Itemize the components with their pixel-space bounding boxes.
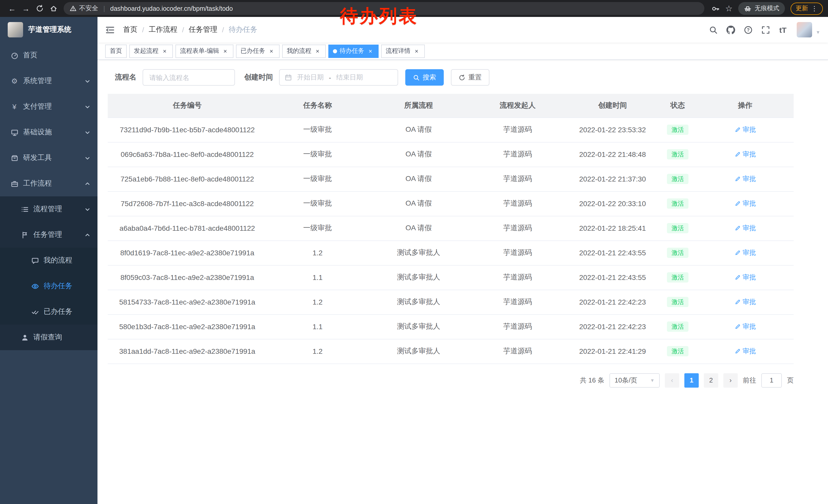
- breadcrumb-workflow[interactable]: 工作流程: [149, 25, 177, 34]
- cell-initiator: 芋道源码: [469, 314, 566, 339]
- close-icon[interactable]: ×: [222, 47, 229, 55]
- sidebar-item-workflow[interactable]: 工作流程: [0, 171, 97, 196]
- main-panel: 首页 / 工作流程 / 任务管理 / 待办任务 ?: [97, 17, 828, 504]
- cell-actions: 审批: [697, 240, 794, 265]
- eye-icon: [31, 282, 39, 290]
- close-icon[interactable]: ×: [268, 47, 275, 55]
- approve-button[interactable]: 审批: [734, 199, 756, 208]
- close-icon[interactable]: ×: [367, 47, 374, 55]
- tab-label: 已办任务: [241, 47, 265, 55]
- sidebar-item-home[interactable]: 首页: [0, 43, 97, 68]
- cell-status: 激活: [659, 265, 697, 290]
- sidebar-item-todo-tasks[interactable]: 待办任务: [0, 273, 97, 299]
- sidebar-item-leave-query[interactable]: 请假查询: [0, 325, 97, 350]
- tab-dot: [333, 49, 337, 53]
- browser-update-chip[interactable]: 更新 ⋮: [791, 2, 823, 15]
- tab-done-tasks[interactable]: 已办任务 ×: [236, 44, 280, 58]
- prev-page-button[interactable]: ‹: [665, 373, 679, 387]
- cell-task-id: 580e1b3d-7ac8-11ec-a9e2-a2380e71991a: [108, 314, 267, 339]
- sidebar-logo[interactable]: 芋道管理系统: [0, 17, 97, 43]
- tab-my-processes[interactable]: 我的流程 ×: [282, 44, 326, 58]
- cell-status: 激活: [659, 240, 697, 265]
- approve-button[interactable]: 审批: [734, 150, 756, 159]
- browser-menu-icon[interactable]: ⋮: [811, 5, 818, 12]
- approve-button[interactable]: 审批: [734, 273, 756, 282]
- sidebar-item-label: 系统管理: [23, 77, 52, 86]
- cell-process: 测试多审批人: [368, 339, 469, 364]
- page-button-1[interactable]: 1: [685, 373, 699, 387]
- column-header-process: 所属流程: [368, 94, 469, 118]
- font-size-icon[interactable]: tT: [775, 22, 791, 37]
- cell-status: 激活: [659, 314, 697, 339]
- approve-label: 审批: [743, 174, 756, 184]
- sidebar-item-payment[interactable]: ¥ 支付管理: [0, 94, 97, 120]
- tab-process-form-edit[interactable]: 流程表单-编辑 ×: [175, 44, 234, 58]
- sidebar-item-label: 待办任务: [44, 281, 72, 291]
- sidebar-item-process-management[interactable]: 流程管理: [0, 196, 97, 222]
- approve-button[interactable]: 审批: [734, 174, 756, 184]
- approve-button[interactable]: 审批: [734, 224, 756, 233]
- sidebar-collapse-icon[interactable]: [105, 25, 115, 35]
- avatar[interactable]: [797, 22, 812, 37]
- key-icon[interactable]: [711, 4, 719, 12]
- cell-created: 2022-01-22 21:37:30: [566, 167, 659, 191]
- page-size-select[interactable]: 10条/页 ▼: [610, 373, 660, 387]
- breadcrumb: 首页 / 工作流程 / 任务管理 / 待办任务: [123, 25, 257, 34]
- sidebar-item-task-management[interactable]: 任务管理: [0, 222, 97, 248]
- chevron-up-icon: [85, 181, 90, 186]
- reset-button[interactable]: 重置: [451, 69, 489, 86]
- briefcase-icon: [10, 179, 18, 188]
- back-icon[interactable]: ←: [5, 2, 19, 15]
- tab-todo-tasks[interactable]: 待办任务 ×: [328, 44, 379, 58]
- cell-initiator: 芋道源码: [469, 142, 566, 167]
- approve-button[interactable]: 审批: [734, 248, 756, 258]
- home-icon[interactable]: [47, 2, 60, 15]
- sidebar-item-dev-tools[interactable]: 研发工具: [0, 145, 97, 171]
- process-name-input[interactable]: [142, 69, 235, 86]
- bookmark-star-icon[interactable]: ☆: [725, 4, 733, 13]
- sidebar-item-my-processes[interactable]: 我的流程: [0, 248, 97, 273]
- monitor-icon: [10, 128, 18, 136]
- table-row: 381aa1dd-7ac8-11ec-a9e2-a2380e71991a 1.2…: [108, 339, 794, 364]
- close-icon[interactable]: ×: [413, 47, 420, 55]
- table-row: 8f059c03-7ac8-11ec-a9e2-a2380e71991a 1.1…: [108, 265, 794, 290]
- cell-status: 激活: [659, 290, 697, 314]
- reload-icon[interactable]: [33, 2, 47, 15]
- github-icon[interactable]: [723, 22, 738, 37]
- sidebar-item-done-tasks[interactable]: 已办任务: [0, 299, 97, 325]
- cell-task-name: 1.2: [267, 339, 368, 364]
- help-icon[interactable]: ?: [740, 22, 756, 37]
- search-button[interactable]: 搜索: [405, 69, 444, 86]
- approve-button[interactable]: 审批: [734, 297, 756, 307]
- tab-home[interactable]: 首页: [105, 44, 127, 58]
- search-icon[interactable]: [705, 22, 721, 37]
- fullscreen-icon[interactable]: [758, 22, 773, 37]
- security-warning[interactable]: 不安全: [70, 4, 98, 13]
- sidebar-item-infrastructure[interactable]: 基础设施: [0, 120, 97, 145]
- table-row: 580e1b3d-7ac8-11ec-a9e2-a2380e71991a 1.1…: [108, 314, 794, 339]
- close-icon[interactable]: ×: [161, 47, 168, 55]
- page-button-2[interactable]: 2: [704, 373, 718, 387]
- tab-label: 我的流程: [287, 47, 312, 55]
- goto-page-input[interactable]: [761, 373, 782, 387]
- process-name-label: 流程名: [115, 73, 136, 82]
- date-range-picker[interactable]: 开始日期 - 结束日期: [279, 69, 398, 86]
- end-date-placeholder: 结束日期: [336, 73, 363, 82]
- approve-button[interactable]: 审批: [734, 322, 756, 331]
- cell-status: 激活: [659, 216, 697, 240]
- breadcrumb-home[interactable]: 首页: [123, 25, 137, 34]
- tab-start-process[interactable]: 发起流程 ×: [129, 44, 173, 58]
- close-icon[interactable]: ×: [314, 47, 321, 55]
- task-table: 任务编号 任务名称 所属流程 流程发起人 创建时间 状态 操作 73211d9d…: [108, 94, 794, 364]
- approve-button[interactable]: 审批: [734, 347, 756, 356]
- breadcrumb-task-management[interactable]: 任务管理: [189, 25, 217, 34]
- sidebar-item-system[interactable]: ⚙ 系统管理: [0, 68, 97, 94]
- forward-icon[interactable]: →: [19, 2, 33, 15]
- table-row: 75d72608-7b7f-11ec-a3c8-acde48001122 一级审…: [108, 191, 794, 216]
- table-row: a6aba0a4-7b6d-11ec-b781-acde48001122 一级审…: [108, 216, 794, 240]
- cell-task-id: 73211d9d-7b9b-11ec-b5b7-acde48001122: [108, 118, 267, 142]
- yen-icon: ¥: [10, 102, 18, 111]
- approve-button[interactable]: 审批: [734, 125, 756, 134]
- tab-process-detail[interactable]: 流程详情 ×: [381, 44, 425, 58]
- next-page-button[interactable]: ›: [723, 373, 738, 387]
